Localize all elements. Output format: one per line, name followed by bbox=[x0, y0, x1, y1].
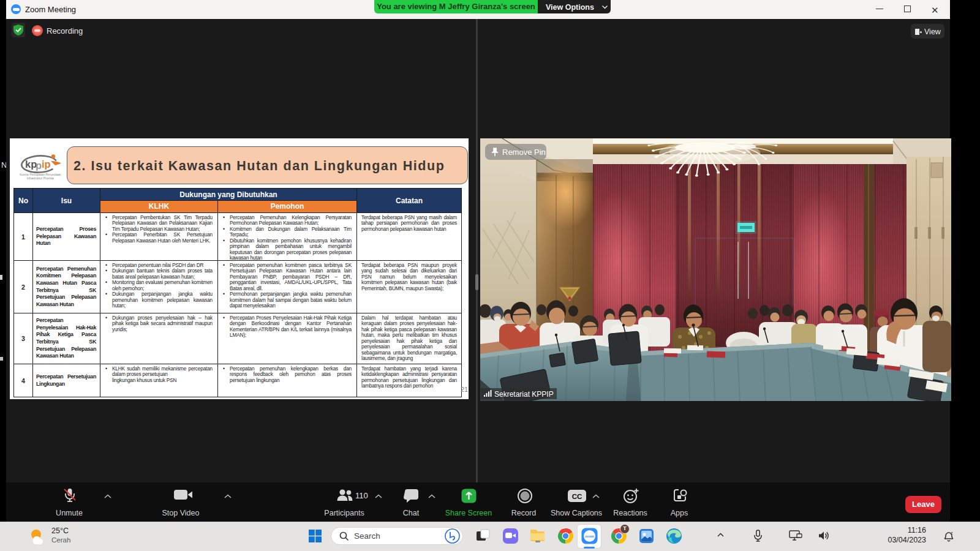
svg-text:zoom: zoom bbox=[585, 534, 594, 538]
svg-text:ip: ip bbox=[42, 159, 51, 170]
svg-text:CC: CC bbox=[572, 493, 582, 500]
svg-text:z: z bbox=[951, 531, 953, 535]
svg-text:Komite Percepatan Penyediaan: Komite Percepatan Penyediaan bbox=[20, 173, 61, 176]
svg-text:Infrastruktur Prioritas: Infrastruktur Prioritas bbox=[27, 177, 55, 180]
svg-text:p: p bbox=[36, 160, 42, 171]
